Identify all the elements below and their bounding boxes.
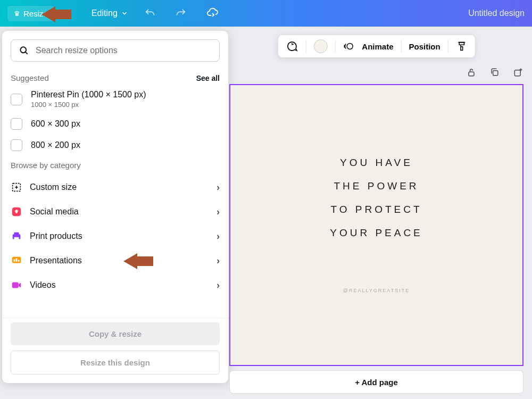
panel-footer: Copy & resize Resize this design	[2, 318, 228, 383]
add-icon[interactable]	[513, 67, 523, 78]
suggested-item[interactable]: Pinterest Pin (1000 × 1500 px) 1000 × 15…	[11, 90, 220, 109]
see-all-link[interactable]: See all	[196, 74, 220, 82]
svg-line-1	[26, 52, 28, 54]
animate-button[interactable]: Animate	[362, 42, 393, 51]
undo-icon[interactable]	[144, 7, 156, 19]
editing-dropdown[interactable]: Editing	[92, 9, 128, 18]
category-custom-size[interactable]: Custom size ›	[11, 175, 220, 200]
canvas-handle-text: @REALLYGREATSITE	[343, 288, 410, 293]
suggested-sub: 1000 × 1500 px	[31, 101, 146, 109]
lock-icon[interactable]	[466, 67, 477, 78]
chevron-right-icon: ›	[217, 182, 220, 193]
canvas-toolbar: Animate Position	[278, 35, 475, 57]
checkbox[interactable]	[11, 118, 22, 130]
svg-rect-14	[493, 71, 498, 76]
chevron-down-icon	[121, 10, 128, 17]
separator	[305, 40, 306, 53]
add-page-button[interactable]: + Add page	[229, 370, 523, 394]
category-label: Videos	[30, 280, 56, 290]
suggested-label: Suggested	[11, 73, 49, 82]
search-input[interactable]	[36, 46, 212, 55]
canvas-text-line: YOUR PEACE	[330, 227, 423, 239]
svg-rect-6	[14, 237, 19, 240]
design-canvas[interactable]: YOU HAVE THE POWER TO PROTECT YOUR PEACE…	[229, 84, 523, 366]
annotation-arrow-icon	[123, 253, 137, 269]
crown-icon: ♛	[14, 10, 20, 18]
svg-point-12	[347, 44, 353, 49]
topbar: ♛ Resize Editing Untitled design	[0, 0, 532, 27]
document-title[interactable]: Untitled design	[468, 9, 525, 18]
browse-label: Browse by category	[11, 161, 220, 170]
top-action-icons	[144, 7, 219, 20]
copy-resize-button[interactable]: Copy & resize	[11, 322, 220, 345]
comment-icon[interactable]	[285, 40, 298, 53]
suggested-title: 800 × 200 px	[31, 140, 80, 150]
separator	[335, 40, 335, 53]
category-label: Print products	[30, 231, 82, 241]
chevron-right-icon: ›	[217, 280, 220, 291]
annotation-arrow-body	[55, 10, 71, 19]
svg-rect-9	[16, 258, 18, 261]
svg-rect-10	[18, 260, 20, 262]
category-videos[interactable]: Videos ›	[11, 273, 220, 297]
editing-label: Editing	[92, 9, 118, 18]
svg-rect-13	[469, 72, 474, 76]
category-presentations[interactable]: Presentations ›	[11, 248, 220, 273]
color-swatch[interactable]	[313, 39, 327, 53]
position-button[interactable]: Position	[409, 42, 440, 51]
suggested-item[interactable]: 600 × 300 px	[11, 118, 220, 130]
svg-rect-5	[14, 232, 19, 235]
svg-point-0	[20, 47, 26, 53]
search-input-container[interactable]	[11, 39, 220, 62]
annotation-arrow-icon	[41, 6, 55, 22]
category-label: Custom size	[30, 182, 77, 192]
duplicate-icon[interactable]	[489, 67, 500, 78]
resize-panel: Suggested See all Pinterest Pin (1000 × …	[2, 31, 228, 383]
canvas-text-line: TO PROTECT	[330, 204, 422, 215]
animate-icon	[343, 40, 354, 52]
checkbox[interactable]	[11, 139, 22, 151]
separator	[401, 40, 402, 53]
custom-size-icon	[11, 181, 22, 193]
annotation-arrow-body	[137, 256, 153, 266]
canvas-area: Animate Position YOU HAVE THE POWER TO P…	[229, 31, 523, 366]
canvas-text-line: THE POWER	[334, 180, 419, 192]
category-print-products[interactable]: Print products ›	[11, 224, 220, 248]
canvas-text-line: YOU HAVE	[340, 157, 413, 169]
suggested-title: 600 × 300 px	[31, 119, 80, 129]
search-icon	[19, 45, 29, 56]
print-icon	[11, 230, 22, 242]
category-label: Presentations	[30, 256, 82, 265]
category-label: Social media	[30, 207, 79, 217]
format-painter-icon[interactable]	[456, 40, 468, 52]
separator	[448, 40, 448, 53]
svg-rect-15	[514, 70, 520, 76]
redo-icon[interactable]	[175, 7, 187, 19]
category-social-media[interactable]: Social media ›	[11, 200, 220, 224]
suggested-title: Pinterest Pin (1000 × 1500 px)	[31, 90, 146, 99]
chevron-right-icon: ›	[217, 231, 220, 242]
social-media-icon	[11, 206, 22, 218]
page-action-icons	[466, 67, 523, 78]
chevron-right-icon: ›	[217, 255, 220, 267]
resize-design-button[interactable]: Resize this design	[11, 351, 220, 375]
svg-rect-11	[12, 282, 19, 288]
chevron-right-icon: ›	[217, 206, 220, 218]
checkbox[interactable]	[11, 94, 22, 105]
videos-icon	[11, 279, 22, 291]
presentations-icon	[11, 255, 22, 267]
svg-rect-8	[14, 259, 15, 262]
cloud-sync-icon[interactable]	[206, 7, 219, 20]
suggested-item[interactable]: 800 × 200 px	[11, 139, 220, 151]
